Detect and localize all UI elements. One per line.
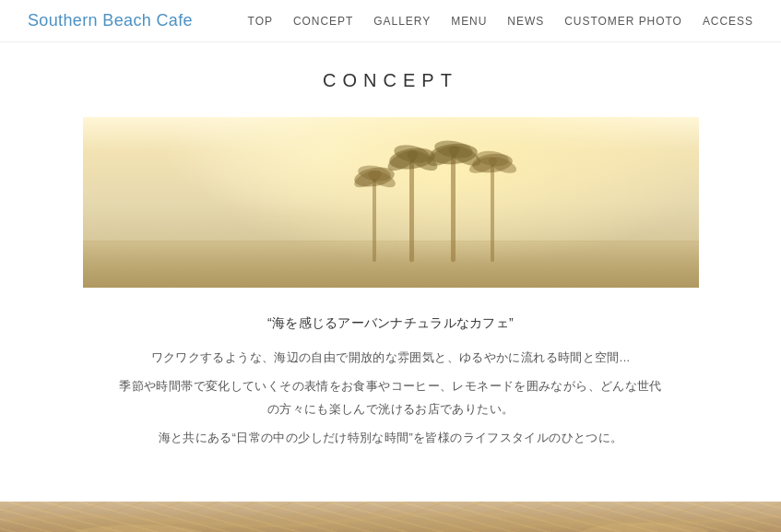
svg-point-1	[352, 164, 396, 189]
svg-rect-10	[451, 156, 456, 262]
footer-sand-image	[0, 502, 781, 532]
concept-body: ワクワクするような、海辺の自由で開放的な雰囲気と、ゆるやかに流れる時間と空間..…	[114, 347, 668, 450]
svg-point-16	[470, 151, 513, 174]
section-title: CONCEPT	[18, 70, 763, 91]
nav-item-concept[interactable]: CONCEPT	[293, 15, 353, 28]
svg-point-4	[365, 167, 397, 191]
beach-hero-image	[83, 117, 699, 288]
nav-item-top[interactable]: TOP	[248, 15, 273, 28]
svg-point-18	[467, 154, 499, 177]
svg-point-12	[432, 137, 473, 160]
concept-line-2: 季節や時間帯で変化していくその表情をお食事やコーヒー、レモネードを囲みながら、ど…	[114, 375, 668, 421]
svg-rect-0	[373, 179, 376, 262]
svg-point-8	[385, 146, 420, 174]
main-content: CONCEPT	[0, 42, 781, 532]
svg-point-2	[356, 163, 391, 183]
nav-item-menu[interactable]: MENU	[451, 15, 487, 28]
nav-item-news[interactable]: NEWS	[507, 15, 544, 28]
sand-texture-svg	[0, 502, 781, 532]
svg-point-6	[387, 146, 436, 172]
svg-point-22	[581, 523, 710, 532]
palm-trees-svg	[317, 133, 548, 262]
svg-point-7	[392, 142, 432, 166]
nav-item-access[interactable]: ACCESS	[703, 15, 753, 28]
main-nav: TOP CONCEPT GALLERY MENU NEWS CUSTOMER P…	[248, 15, 753, 28]
concept-text-block: “海を感じるアーバンナチュラルなカフェ” ワクワクするような、海辺の自由で開放的…	[114, 315, 668, 450]
concept-headline: “海を感じるアーバンナチュラルなカフェ”	[114, 315, 668, 332]
svg-point-20	[65, 525, 212, 532]
concept-section: CONCEPT	[0, 42, 781, 502]
concept-line-1: ワクワクするような、海辺の自由で開放的な雰囲気と、ゆるやかに流れる時間と空間..…	[114, 347, 668, 370]
site-header: Southern Beach Cafe TOP CONCEPT GALLERY …	[0, 0, 781, 42]
svg-rect-15	[491, 165, 494, 262]
svg-point-17	[475, 149, 510, 169]
svg-point-14	[445, 141, 483, 170]
nav-item-customer-photo[interactable]: CUSTOMER PHOTO	[564, 15, 682, 28]
svg-rect-5	[409, 160, 414, 262]
svg-point-19	[486, 154, 518, 177]
svg-point-11	[429, 142, 479, 166]
nav-item-gallery[interactable]: GALLERY	[373, 15, 431, 28]
svg-point-9	[404, 146, 440, 174]
site-logo[interactable]: Southern Beach Cafe	[28, 11, 193, 30]
svg-point-3	[351, 167, 384, 191]
concept-line-3: 海と共にある“日常の中の少しだけ特別な時間”を皆様のライフスタイルのひとつに。	[114, 427, 668, 450]
svg-point-13	[424, 141, 462, 170]
